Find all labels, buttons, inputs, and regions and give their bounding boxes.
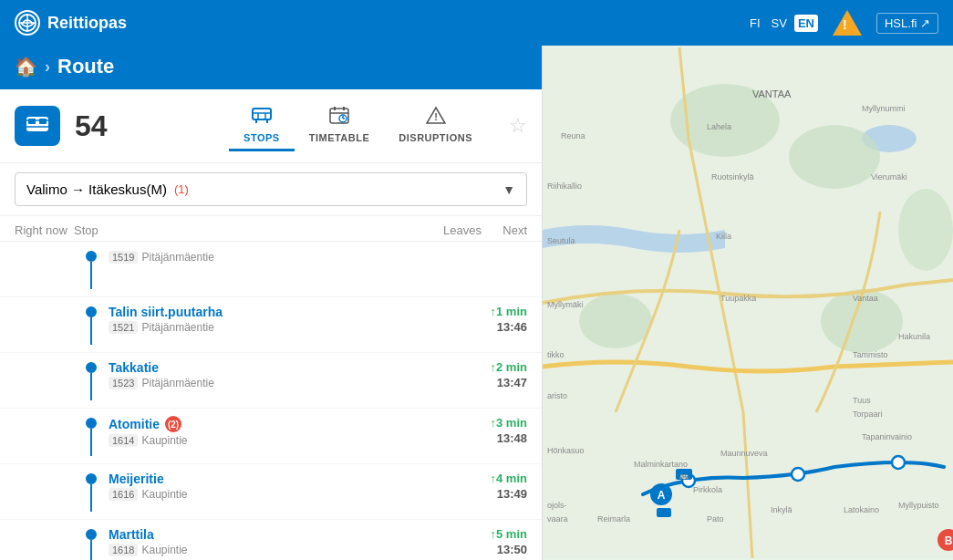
list-item: Meijeritie 1616 Kaupintie ↑4 min 13:49 — [0, 464, 542, 520]
svg-text:🚌: 🚌 — [679, 471, 689, 480]
bus-icon — [15, 106, 60, 146]
stop-timeline — [85, 527, 98, 560]
header-stop: Stop — [74, 223, 427, 237]
stop-street-row: 1616 Kaupintie — [109, 488, 425, 501]
svg-text:Seutula: Seutula — [547, 236, 575, 245]
tab-timetable-label: TIMETABLE — [309, 132, 370, 143]
svg-text:!: ! — [434, 111, 438, 122]
stop-dot — [86, 418, 97, 429]
tab-disruptions-label: DISRUPTIONS — [399, 132, 472, 143]
favorite-button[interactable]: ☆ — [509, 114, 527, 138]
lang-fi-button[interactable]: FI — [746, 15, 764, 32]
stop-line — [90, 317, 92, 345]
stops-list: 1519 Pitäjänmäentie Talin siirt.puutarha — [0, 242, 542, 560]
stop-street-row: 1519 Pitäjänmäentie — [109, 251, 527, 264]
stop-code: 1519 — [109, 251, 138, 264]
stop-leaves: ↑3 min — [491, 416, 527, 430]
svg-rect-7 — [28, 119, 36, 124]
stop-name[interactable]: Takkatie — [109, 360, 425, 375]
stop-dot — [86, 529, 97, 540]
stop-code: 1618 — [109, 544, 138, 556]
svg-rect-9 — [253, 109, 271, 119]
header-right-now: Right now — [15, 223, 74, 237]
tab-disruptions[interactable]: ! DISRUPTIONS — [384, 100, 487, 151]
stop-info: Marttila 1618 Kaupintie — [109, 527, 425, 556]
list-item: Atomitie (2) 1614 Kaupintie ↑3 min 13:48 — [0, 409, 542, 464]
tabs: STOPS TIMETABLE — [229, 100, 487, 151]
stop-alert-badge: (2) — [165, 416, 181, 432]
svg-text:Riihikallio: Riihikallio — [547, 181, 582, 191]
stop-next: 13:46 — [497, 320, 527, 334]
map-background[interactable]: VANTAA Reuna Lahela Myllynummi Riihikall… — [543, 46, 953, 560]
svg-text:Tapaninvainio: Tapaninvainio — [862, 432, 912, 441]
lang-sv-button[interactable]: SV — [768, 15, 791, 32]
svg-text:Reuna: Reuna — [561, 131, 585, 140]
tab-stops[interactable]: STOPS — [229, 102, 295, 151]
stop-name[interactable]: Atomitie (2) — [109, 416, 425, 432]
stop-line — [90, 484, 92, 512]
stop-dot — [86, 473, 97, 484]
hsl-link[interactable]: HSL.fi ↗ — [876, 13, 938, 34]
stop-name[interactable]: Meijeritie — [109, 472, 425, 486]
alert-icon[interactable] — [833, 10, 862, 36]
svg-text:Hakunila: Hakunila — [898, 332, 930, 341]
main-layout: 🏠 › Route 54 — [0, 46, 953, 560]
stop-timeline — [85, 249, 98, 289]
svg-rect-66 — [657, 508, 671, 517]
stop-name[interactable]: Marttila — [109, 527, 425, 542]
svg-point-30 — [898, 189, 953, 271]
stop-street-row: 1614 Kaupintie — [109, 434, 425, 447]
timetable-icon — [329, 106, 349, 129]
stop-street-name: Kaupintie — [141, 544, 187, 556]
svg-text:Ruotsinkylä: Ruotsinkylä — [711, 172, 754, 181]
stop-leaves: ↑5 min — [491, 527, 527, 541]
header-right: FI SV EN HSL.fi ↗ — [746, 10, 938, 36]
chevron-down-icon: ▼ — [502, 182, 515, 197]
right-now-spacer — [15, 472, 74, 473]
stops-icon — [252, 108, 272, 129]
route-number: 54 — [75, 109, 108, 143]
stop-leaves: ↑4 min — [491, 472, 527, 485]
stop-info: Takkatie 1523 Pitäjänmäentie — [109, 360, 425, 389]
direction-selector[interactable]: Valimo → Itäkeskus(M) (1) ▼ — [15, 172, 527, 206]
lang-en-button[interactable]: EN — [794, 15, 818, 32]
stop-times: ↑4 min 13:49 — [436, 472, 527, 501]
svg-text:A: A — [658, 489, 666, 502]
svg-point-28 — [579, 294, 652, 348]
stop-times: ↑3 min 13:48 — [436, 416, 527, 445]
stop-street-row: 1618 Kaupintie — [109, 544, 425, 556]
svg-text:Latokaino: Latokaino — [844, 505, 879, 514]
tab-timetable[interactable]: TIMETABLE — [295, 100, 385, 151]
page-title: Route — [57, 55, 114, 78]
left-panel: 🏠 › Route 54 — [0, 46, 543, 560]
tab-stops-label: STOPS — [243, 132, 280, 143]
stop-timeline — [85, 416, 98, 456]
svg-point-63 — [892, 456, 905, 469]
stop-name[interactable]: Talin siirt.puutarha — [109, 305, 425, 319]
svg-text:Kiila: Kiila — [716, 232, 731, 241]
stop-street-name: Kaupintie — [141, 434, 187, 447]
svg-text:Tuupakka: Tuupakka — [720, 294, 756, 303]
stop-line — [90, 262, 92, 289]
direction-bar: Valimo → Itäkeskus(M) (1) ▼ — [0, 163, 542, 216]
breadcrumb-separator: › — [45, 57, 50, 77]
map-svg: VANTAA Reuna Lahela Myllynummi Riihikall… — [543, 46, 953, 560]
home-icon[interactable]: 🏠 — [15, 56, 37, 78]
right-now-spacer — [15, 416, 74, 418]
stop-next: 13:50 — [497, 543, 527, 556]
svg-point-27 — [789, 125, 880, 189]
list-item: Talin siirt.puutarha 1521 Pitäjänmäentie… — [0, 297, 542, 353]
svg-point-62 — [792, 468, 804, 481]
stop-timeline — [85, 472, 98, 512]
stop-dot — [86, 251, 97, 262]
svg-text:Torpaari: Torpaari — [853, 410, 883, 419]
right-now-spacer — [15, 360, 74, 362]
right-now-label — [15, 249, 74, 251]
disruptions-icon: ! — [426, 106, 446, 129]
svg-text:Inkylä: Inkylä — [771, 505, 792, 514]
stops-container: Right now Stop Leaves Next 1519 — [0, 216, 542, 560]
svg-text:Hönkasuo: Hönkasuo — [547, 446, 585, 455]
svg-text:aristo: aristo — [547, 391, 567, 400]
header-left: Reittiopas — [15, 10, 127, 36]
stop-info: Atomitie (2) 1614 Kaupintie — [109, 416, 425, 447]
